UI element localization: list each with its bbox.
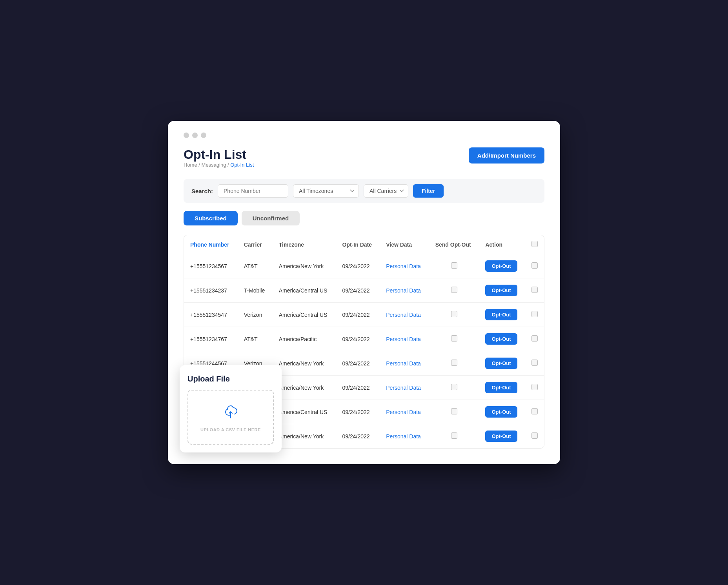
row-checkbox[interactable] [531,408,538,414]
cell-send-opt-out [429,278,479,303]
cell-optin-date: 09/24/2022 [336,278,380,303]
breadcrumb-current[interactable]: Opt-In List [230,162,254,168]
traffic-light-close [184,133,189,138]
search-input[interactable] [218,184,288,198]
row-checkbox[interactable] [531,360,538,366]
upload-card-title: Upload File [187,374,274,383]
opt-out-button[interactable]: Opt-Out [485,382,517,393]
personal-data-link[interactable]: Personal Data [386,409,421,415]
tabs-container: Subscribed Unconfirmed [184,211,544,225]
cell-optin-date: 09/24/2022 [336,327,380,351]
add-import-button[interactable]: Add/Import Numbers [469,147,544,164]
row-checkbox[interactable] [531,432,538,439]
cell-action: Opt-Out [479,254,525,278]
tab-subscribed[interactable]: Subscribed [184,211,238,225]
search-label: Search: [191,188,213,194]
cell-view-data: Personal Data [380,254,429,278]
send-opt-out-checkbox[interactable] [451,408,457,414]
traffic-light-fullscreen [201,133,206,138]
traffic-lights [184,133,544,138]
cell-row-checkbox [525,400,544,424]
filter-button[interactable]: Filter [413,184,444,198]
cell-carrier: T-Mobile [238,278,273,303]
send-opt-out-checkbox[interactable] [451,287,457,293]
opt-out-button[interactable]: Opt-Out [485,285,517,296]
opt-out-button[interactable]: Opt-Out [485,406,517,418]
opt-out-button[interactable]: Opt-Out [485,260,517,272]
cell-row-checkbox [525,376,544,400]
row-checkbox[interactable] [531,335,538,342]
breadcrumb-home: Home [184,162,197,168]
cell-send-opt-out [429,351,479,376]
cell-view-data: Personal Data [380,351,429,376]
cell-phone: +15551234567 [184,254,238,278]
cell-timezone: America/Central US [273,278,336,303]
send-opt-out-checkbox[interactable] [451,262,457,269]
table-header-row: Phone Number Carrier Timezone Opt-In Dat… [184,235,544,254]
cell-row-checkbox [525,278,544,303]
traffic-light-minimize [192,133,198,138]
upload-file-card: Upload File UPLOAD A CSV FILE HERE [180,365,282,452]
opt-out-button[interactable]: Opt-Out [485,358,517,369]
cell-send-opt-out [429,327,479,351]
opt-out-button[interactable]: Opt-Out [485,309,517,320]
cell-timezone: America/New York [273,351,336,376]
opt-out-button[interactable]: Opt-Out [485,431,517,442]
send-opt-out-checkbox[interactable] [451,432,457,439]
cell-timezone: America/New York [273,254,336,278]
table-row: +15551234567 AT&T America/New York 09/24… [184,254,544,278]
cell-carrier: Verizon [238,303,273,327]
cell-optin-date: 09/24/2022 [336,400,380,424]
personal-data-link[interactable]: Personal Data [386,312,421,318]
col-header-view-data: View Data [380,235,429,254]
row-checkbox[interactable] [531,311,538,317]
table-row: +15551234767 AT&T America/Pacific 09/24/… [184,327,544,351]
personal-data-link[interactable]: Personal Data [386,385,421,391]
search-bar: Search: All Timezones America/New York A… [184,179,544,203]
cell-view-data: Personal Data [380,376,429,400]
breadcrumb: Home / Messaging / Opt-In List [184,162,254,168]
breadcrumb-messaging: Messaging [202,162,226,168]
personal-data-link[interactable]: Personal Data [386,336,421,342]
cell-timezone: America/New York [273,424,336,449]
select-all-checkbox[interactable] [531,241,538,247]
send-opt-out-checkbox[interactable] [451,335,457,342]
cell-phone: +15551234237 [184,278,238,303]
cell-carrier: AT&T [238,327,273,351]
send-opt-out-checkbox[interactable] [451,384,457,390]
send-opt-out-checkbox[interactable] [451,311,457,317]
send-opt-out-checkbox[interactable] [451,360,457,366]
cell-action: Opt-Out [479,400,525,424]
col-header-timezone: Timezone [273,235,336,254]
cloud-upload-icon [221,402,240,423]
carrier-select[interactable]: All Carriers AT&T T-Mobile Verizon [364,184,408,198]
cell-view-data: Personal Data [380,278,429,303]
cell-timezone: America/Pacific [273,327,336,351]
personal-data-link[interactable]: Personal Data [386,360,421,367]
cell-send-opt-out [429,303,479,327]
cell-send-opt-out [429,400,479,424]
cell-row-checkbox [525,254,544,278]
timezone-select[interactable]: All Timezones America/New York America/C… [293,184,359,198]
personal-data-link[interactable]: Personal Data [386,287,421,294]
cell-view-data: Personal Data [380,327,429,351]
col-header-carrier: Carrier [238,235,273,254]
upload-dropzone[interactable]: UPLOAD A CSV FILE HERE [187,390,274,445]
cell-optin-date: 09/24/2022 [336,351,380,376]
upload-instructions: UPLOAD A CSV FILE HERE [200,427,261,432]
personal-data-link[interactable]: Personal Data [386,433,421,440]
cell-action: Opt-Out [479,303,525,327]
row-checkbox[interactable] [531,262,538,269]
tab-unconfirmed[interactable]: Unconfirmed [242,211,300,225]
personal-data-link[interactable]: Personal Data [386,263,421,269]
cell-view-data: Personal Data [380,424,429,449]
cell-action: Opt-Out [479,424,525,449]
cell-phone: +15551234547 [184,303,238,327]
opt-out-button[interactable]: Opt-Out [485,333,517,345]
row-checkbox[interactable] [531,287,538,293]
cell-row-checkbox [525,303,544,327]
row-checkbox[interactable] [531,384,538,390]
col-header-checkbox [525,235,544,254]
cell-optin-date: 09/24/2022 [336,254,380,278]
cell-row-checkbox [525,351,544,376]
